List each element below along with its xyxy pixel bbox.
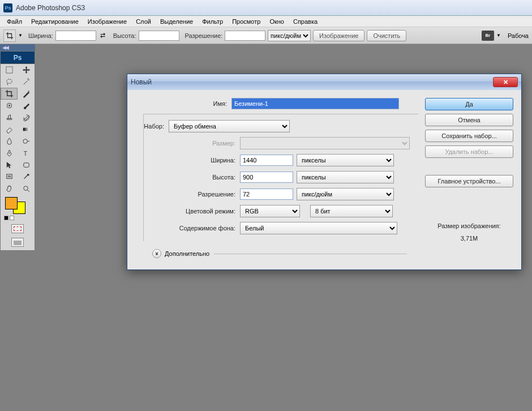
- zoom-tool-icon[interactable]: [18, 183, 35, 195]
- menu-select[interactable]: Выделение: [156, 17, 198, 26]
- preset-label: Набор:: [137, 123, 169, 130]
- advanced-label: Дополнительно: [165, 250, 209, 257]
- preset-select[interactable]: Буфер обмена: [169, 120, 290, 132]
- dialog-close-button[interactable]: ✕: [493, 77, 518, 87]
- resolution-unit-select[interactable]: пикс/дюйм: [297, 188, 394, 200]
- default-colors-icon[interactable]: [1, 214, 35, 222]
- color-mode-select[interactable]: RGB: [240, 205, 300, 217]
- save-preset-button[interactable]: Сохранить набор...: [425, 130, 513, 142]
- advanced-toggle[interactable]: ¥ Дополнительно: [152, 249, 418, 258]
- name-label: Имя:: [135, 100, 231, 107]
- magic-wand-tool-icon[interactable]: [18, 76, 35, 88]
- size-label: Размер:: [144, 140, 240, 147]
- slice-tool-icon[interactable]: [18, 88, 35, 100]
- swap-icon[interactable]: ⇄: [98, 32, 108, 39]
- menu-edit[interactable]: Редактирование: [27, 17, 83, 26]
- shape-tool-icon[interactable]: [18, 159, 35, 171]
- resolution-input[interactable]: [240, 189, 293, 200]
- options-width-label: Ширина:: [28, 32, 53, 39]
- ok-button[interactable]: Да: [425, 98, 513, 110]
- menu-help[interactable]: Справка: [289, 17, 322, 26]
- height-unit-select[interactable]: пикселы: [297, 171, 394, 183]
- color-swatches[interactable]: [1, 195, 35, 214]
- menu-window[interactable]: Окно: [265, 17, 289, 26]
- image-size-label: Размер изображения:: [425, 222, 513, 229]
- gradient-tool-icon[interactable]: [18, 123, 35, 135]
- options-clear-button[interactable]: Очистить: [367, 30, 406, 41]
- options-height-input[interactable]: [139, 31, 179, 41]
- dialog-titlebar[interactable]: Новый ✕: [127, 74, 521, 90]
- resolution-label: Разрешение:: [144, 191, 240, 198]
- notes-tool-icon[interactable]: [1, 171, 18, 183]
- cancel-button[interactable]: Отмена: [425, 114, 513, 126]
- toolbox-collapse-bar[interactable]: ◀◀: [0, 44, 35, 51]
- svg-rect-10: [6, 174, 11, 179]
- healing-brush-tool-icon[interactable]: [1, 100, 18, 112]
- options-height-label: Высота:: [113, 32, 136, 39]
- size-select: [240, 137, 410, 149]
- pen-tool-icon[interactable]: [1, 147, 18, 159]
- svg-rect-5: [23, 128, 29, 131]
- options-front-image-button[interactable]: Изображение: [313, 30, 364, 41]
- menu-view[interactable]: Просмотр: [228, 17, 265, 26]
- width-unit-select[interactable]: пикселы: [297, 154, 394, 166]
- app-titlebar: Ps Adobe Photoshop CS3: [0, 0, 532, 16]
- svg-point-4: [8, 105, 10, 106]
- menu-layer[interactable]: Слой: [131, 17, 156, 26]
- eraser-tool-icon[interactable]: [1, 123, 18, 135]
- history-brush-tool-icon[interactable]: [18, 112, 35, 123]
- toolbox: Ps T: [0, 51, 35, 251]
- bit-depth-select[interactable]: 8 бит: [310, 205, 393, 217]
- height-label: Высота:: [144, 174, 240, 181]
- blur-tool-icon[interactable]: [1, 135, 18, 147]
- marquee-tool-icon[interactable]: [1, 64, 18, 76]
- menu-file[interactable]: Файл: [2, 17, 27, 26]
- bridge-icon[interactable]: Br: [482, 31, 494, 41]
- quick-mask-icon[interactable]: [1, 222, 35, 236]
- options-resolution-input[interactable]: [225, 31, 265, 41]
- chevron-down-icon: ¥: [152, 249, 161, 258]
- type-tool-icon[interactable]: T: [18, 147, 35, 159]
- svg-rect-9: [23, 163, 28, 168]
- brush-tool-icon[interactable]: [18, 100, 35, 112]
- dialog-title: Новый: [131, 78, 152, 86]
- dodge-tool-icon[interactable]: [18, 135, 35, 147]
- lasso-tool-icon[interactable]: [1, 76, 18, 88]
- options-resolution-unit[interactable]: пикс/дюйм: [268, 30, 311, 41]
- device-central-button[interactable]: Главное устройство...: [425, 175, 513, 187]
- hand-tool-icon[interactable]: [1, 183, 18, 195]
- background-contents-label: Содержимое фона:: [144, 225, 240, 232]
- options-resolution-label: Разрешение:: [185, 32, 223, 39]
- svg-text:T: T: [23, 151, 27, 157]
- app-title: Adobe Photoshop CS3: [16, 4, 85, 12]
- crop-tool-icon[interactable]: [1, 88, 18, 100]
- menu-image[interactable]: Изображение: [83, 17, 131, 26]
- clone-stamp-tool-icon[interactable]: [1, 112, 18, 123]
- height-input[interactable]: [240, 172, 293, 183]
- options-bar: ▼ Ширина: ⇄ Высота: Разрешение: пикс/дюй…: [0, 27, 532, 44]
- svg-point-6: [23, 139, 27, 144]
- delete-preset-button: Удалить набор...: [425, 145, 513, 158]
- width-label: Ширина:: [144, 157, 240, 164]
- new-document-dialog: Новый ✕ Имя: Набор: Буфер обмена Размер:…: [127, 74, 522, 270]
- image-size-value: 3,71M: [425, 235, 513, 242]
- svg-rect-0: [6, 67, 12, 73]
- photoshop-icon: Ps: [3, 3, 12, 12]
- name-input[interactable]: [231, 98, 399, 109]
- move-tool-icon[interactable]: [18, 64, 35, 76]
- options-width-input[interactable]: [55, 31, 96, 41]
- screen-mode-icon[interactable]: [1, 236, 35, 250]
- color-mode-label: Цветовой режим:: [144, 208, 240, 215]
- svg-rect-2: [28, 91, 29, 92]
- svg-point-7: [8, 153, 10, 154]
- eyedropper-tool-icon[interactable]: [18, 171, 35, 183]
- path-selection-tool-icon[interactable]: [1, 159, 18, 171]
- width-input[interactable]: [240, 155, 293, 166]
- background-contents-select[interactable]: Белый: [240, 222, 397, 234]
- foreground-color-swatch[interactable]: [5, 197, 18, 209]
- toolbox-header-icon: Ps: [1, 52, 35, 64]
- crop-tool-preset-icon[interactable]: [3, 29, 16, 42]
- menu-filter[interactable]: Фильтр: [198, 17, 228, 26]
- svg-point-11: [23, 186, 28, 191]
- workspace-label[interactable]: Рабоча: [508, 32, 529, 39]
